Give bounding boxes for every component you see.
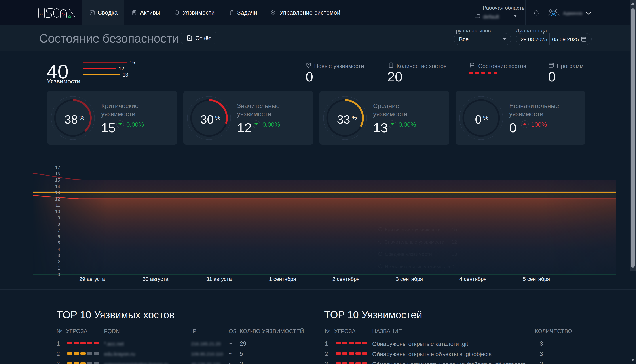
svg-text:15: 15	[55, 177, 60, 182]
svg-text:8: 8	[58, 222, 60, 226]
svg-text:3: 3	[58, 253, 60, 258]
svg-text:5: 5	[58, 240, 60, 245]
svg-text:3 сентября: 3 сентября	[396, 276, 423, 282]
svg-text:30 августа: 30 августа	[143, 276, 168, 282]
svg-text:11: 11	[56, 202, 60, 208]
svg-text:9: 9	[58, 215, 60, 220]
svg-text:15: 15	[452, 227, 457, 232]
svg-text:4: 4	[58, 247, 60, 252]
svg-text:12: 12	[55, 196, 60, 202]
svg-text:17: 17	[55, 165, 60, 170]
svg-text:12: 12	[452, 239, 457, 245]
svg-text:10: 10	[55, 209, 60, 214]
svg-text:Незначительные уязвимости: Незначительные уязвимости	[385, 264, 450, 269]
svg-text:0: 0	[452, 264, 454, 269]
svg-text:31 августа: 31 августа	[206, 276, 232, 282]
svg-text:5 сентября: 5 сентября	[523, 276, 550, 282]
svg-text:Значительные уязвимости: Значительные уязвимости	[385, 239, 445, 245]
svg-text:13: 13	[452, 252, 457, 257]
svg-text:0: 0	[58, 272, 60, 277]
svg-text:1 сентября: 1 сентября	[269, 276, 296, 282]
svg-text:13: 13	[55, 190, 60, 195]
svg-text:6: 6	[58, 234, 60, 239]
svg-text:2 сентября: 2 сентября	[332, 276, 359, 282]
svg-text:2: 2	[58, 259, 60, 264]
svg-text:Критические уязвимости: Критические уязвимости	[385, 227, 441, 232]
svg-text:4 сентября: 4 сентября	[460, 276, 486, 282]
svg-text:14: 14	[55, 184, 60, 189]
svg-text:1: 1	[58, 266, 60, 270]
svg-text:7: 7	[58, 228, 60, 233]
svg-text:29 августа: 29 августа	[79, 276, 105, 282]
svg-text:16: 16	[55, 171, 60, 176]
svg-text:Средние уязвимости: Средние уязвимости	[385, 252, 432, 257]
